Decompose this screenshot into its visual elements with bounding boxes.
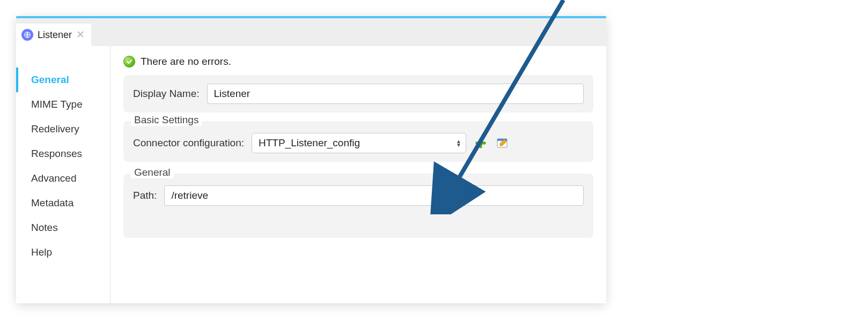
check-icon xyxy=(123,56,135,68)
path-input[interactable] xyxy=(164,185,584,206)
panel-body: General MIME Type Redelivery Responses A… xyxy=(16,46,606,303)
tab-bar: Listener xyxy=(16,16,606,46)
sidebar-label: MIME Type xyxy=(31,99,83,110)
sidebar: General MIME Type Redelivery Responses A… xyxy=(16,46,111,303)
display-name-input[interactable] xyxy=(207,84,584,104)
sidebar-item-general[interactable]: General xyxy=(16,68,110,92)
general-fieldset: General Path: xyxy=(123,174,593,238)
general-legend: General xyxy=(131,167,174,178)
sidebar-item-notes[interactable]: Notes xyxy=(16,215,110,240)
path-label: Path: xyxy=(133,190,157,201)
sidebar-item-redelivery[interactable]: Redelivery xyxy=(16,117,110,141)
sidebar-label: Metadata xyxy=(31,197,73,208)
close-icon[interactable] xyxy=(76,29,85,41)
content-area: There are no errors. Display Name: Basic… xyxy=(111,46,606,303)
sidebar-label: Notes xyxy=(31,222,58,233)
sidebar-item-responses[interactable]: Responses xyxy=(16,141,110,166)
status-message: There are no errors. xyxy=(141,56,231,68)
sidebar-item-metadata[interactable]: Metadata xyxy=(16,191,110,215)
sidebar-label: General xyxy=(31,74,69,85)
connector-config-label: Connector configuration: xyxy=(133,137,244,149)
sidebar-label: Responses xyxy=(31,148,82,159)
edit-button[interactable] xyxy=(495,136,509,150)
tab-listener[interactable]: Listener xyxy=(16,24,91,46)
sidebar-label: Help xyxy=(31,246,52,258)
sidebar-item-mime-type[interactable]: MIME Type xyxy=(16,92,110,117)
connector-config-select[interactable]: HTTP_Listener_config ▲▼ xyxy=(252,133,466,153)
sidebar-label: Redelivery xyxy=(31,123,79,134)
status-row: There are no errors. xyxy=(123,56,593,68)
sidebar-item-help[interactable]: Help xyxy=(16,240,110,265)
sidebar-item-advanced[interactable]: Advanced xyxy=(16,166,110,191)
connector-config-value: HTTP_Listener_config xyxy=(259,137,360,149)
listener-config-panel: Listener General MIME Type Redelivery Re… xyxy=(16,16,606,303)
sidebar-label: Advanced xyxy=(31,173,77,184)
globe-icon xyxy=(21,29,33,41)
display-name-section: Display Name: xyxy=(123,75,593,113)
display-name-label: Display Name: xyxy=(133,88,200,100)
tab-title: Listener xyxy=(38,29,72,41)
basic-settings-legend: Basic Settings xyxy=(131,114,202,126)
add-button[interactable] xyxy=(474,136,488,150)
chevron-updown-icon: ▲▼ xyxy=(456,139,461,147)
basic-settings-fieldset: Basic Settings Connector configuration: … xyxy=(123,121,593,162)
svg-rect-2 xyxy=(476,142,486,144)
